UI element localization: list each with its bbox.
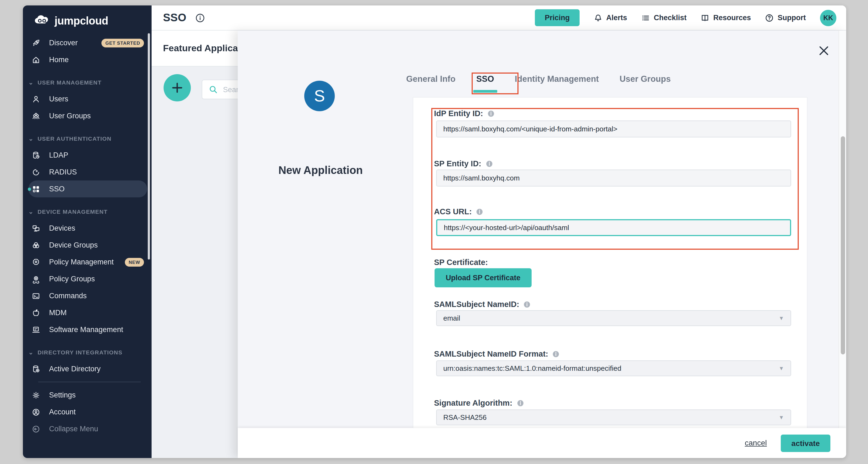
sidebar-item-label: Devices [49, 224, 75, 232]
sidebar-item-label: Users [49, 95, 68, 103]
jumpcloud-logo-text: jumpcloud [55, 14, 108, 27]
samlsubject-nameid-format-select[interactable]: urn:oasis:names:tc:SAML:1.0:nameid-forma… [436, 361, 791, 376]
mdm-apple-icon [32, 308, 40, 317]
sidebar-item-label: Collapse Menu [49, 425, 98, 433]
modal-tabs: General Info SSO Identity Management Use… [405, 73, 672, 85]
checklist-button[interactable]: Checklist [641, 13, 686, 22]
sidebar-section-user-management[interactable]: ⌄ USER MANAGEMENT [23, 74, 152, 91]
chevron-down-icon: ⌄ [28, 79, 34, 86]
checklist-icon [641, 13, 650, 22]
jumpcloud-cloud-icon [34, 14, 50, 27]
cancel-button[interactable]: cancel [745, 438, 767, 447]
sso-grid-icon [32, 185, 40, 193]
application-name: New Application [238, 164, 403, 177]
acs-url-input[interactable] [436, 219, 791, 236]
new-application-modal: S New Application General Info SSO Ident… [238, 31, 846, 458]
sidebar-item-label: MDM [49, 309, 67, 317]
jumpcloud-logo[interactable]: jumpcloud [23, 5, 152, 27]
sidebar-item-collapse-menu[interactable]: Collapse Menu [23, 421, 152, 437]
sidebar-item-software-management[interactable]: Software Management [23, 321, 152, 338]
info-icon[interactable] [195, 13, 205, 23]
account-icon [32, 408, 40, 416]
active-tab-underline [473, 90, 497, 93]
tab-user-groups[interactable]: User Groups [619, 73, 672, 85]
bell-icon [594, 13, 602, 22]
search-icon [209, 85, 218, 94]
alerts-button[interactable]: Alerts [594, 13, 627, 22]
active-directory-icon [32, 365, 40, 373]
top-header: SSO Pricing Alerts Checklist Resources S… [152, 5, 846, 31]
tab-general-info[interactable]: General Info [405, 73, 457, 85]
sidebar-item-label: Policy Management [49, 258, 114, 266]
sidebar-item-discover[interactable]: Discover GET STARTED [23, 34, 152, 51]
user-icon [32, 95, 40, 103]
radius-icon [32, 168, 40, 176]
sidebar-section-device-management[interactable]: ⌄ DEVICE MANAGEMENT [23, 204, 152, 220]
signature-algorithm-select[interactable]: RSA-SHA256 ▼ [436, 409, 791, 425]
gear-icon [32, 391, 40, 399]
sidebar-item-device-groups[interactable]: Device Groups [23, 237, 152, 253]
info-icon[interactable] [517, 399, 524, 406]
sidebar-item-radius[interactable]: RADIUS [23, 163, 152, 181]
activate-button[interactable]: activate [781, 435, 830, 452]
sidebar-item-users[interactable]: Users [23, 91, 152, 107]
sidebar-item-policy-groups[interactable]: Policy Groups [23, 271, 152, 287]
sidebar-item-account[interactable]: Account [23, 403, 152, 421]
sidebar-section-user-authentication[interactable]: ⌄ USER AUTHENTICATION [23, 130, 152, 147]
tab-sso[interactable]: SSO [475, 73, 495, 85]
sidebar-item-label: SSO [49, 185, 65, 193]
close-icon[interactable] [817, 43, 831, 58]
modal-scrollbar-thumb[interactable] [841, 136, 845, 354]
support-button[interactable]: Support [765, 13, 806, 22]
upload-sp-certificate-button[interactable]: Upload SP Certificate [435, 268, 532, 287]
info-icon[interactable] [486, 160, 493, 167]
sidebar-item-label: Discover [49, 39, 78, 47]
sidebar-item-settings[interactable]: Settings [23, 386, 152, 403]
sidebar-item-mdm[interactable]: MDM [23, 304, 152, 321]
sidebar-item-user-groups[interactable]: User Groups [23, 107, 152, 124]
sidebar-item-label: Software Management [49, 326, 123, 334]
info-icon[interactable] [524, 301, 531, 308]
sidebar-item-devices[interactable]: Devices [23, 220, 152, 237]
device-groups-icon [32, 241, 40, 249]
modal-scrollbar-track[interactable] [839, 31, 846, 428]
tab-identity-management[interactable]: Identity Management [514, 73, 600, 85]
sidebar-item-active-directory[interactable]: Active Directory [23, 361, 152, 377]
chevron-down-icon: ⌄ [28, 208, 34, 215]
sidebar-item-ldap[interactable]: LDAP [23, 147, 152, 163]
resources-button[interactable]: Resources [701, 13, 751, 22]
sidebar-item-label: Home [49, 56, 69, 64]
chevron-down-icon: ⌄ [28, 349, 34, 356]
sidebar-item-policy-management[interactable]: Policy Management NEW [23, 253, 152, 271]
sidebar-item-sso[interactable]: SSO [23, 181, 152, 197]
sidebar-item-label: Policy Groups [49, 275, 95, 283]
sidebar-item-label: Settings [49, 391, 76, 399]
caret-down-icon: ▼ [779, 365, 784, 371]
signature-algorithm-label: Signature Algorithm: [434, 399, 524, 407]
book-icon [701, 13, 709, 22]
featured-applications-band: Featured Applications [152, 31, 238, 66]
home-icon [32, 55, 40, 64]
collapse-arrow-icon [32, 425, 40, 433]
page-title: SSO [163, 11, 186, 24]
add-application-button[interactable] [163, 74, 191, 101]
samlsubject-nameid-select[interactable]: email ▼ [436, 310, 791, 326]
idp-entity-id-label: IdP Entity ID: [434, 109, 495, 118]
sp-entity-id-input[interactable] [436, 169, 791, 186]
samlsubject-nameid-label: SAMLSubject NameID: [434, 300, 531, 309]
question-icon [765, 13, 774, 22]
pricing-button[interactable]: Pricing [535, 9, 580, 26]
sidebar-section-directory-integrations[interactable]: ⌄ DIRECTORY INTEGRATIONS [23, 344, 152, 361]
new-badge: NEW [125, 258, 144, 266]
app-window: jumpcloud Discover GET STARTED Home ⌄ US… [23, 5, 846, 458]
sidebar-item-commands[interactable]: Commands [23, 287, 152, 304]
caret-down-icon: ▼ [779, 315, 784, 321]
info-icon[interactable] [476, 208, 483, 215]
info-icon[interactable] [488, 110, 495, 117]
info-icon[interactable] [553, 350, 560, 358]
avatar[interactable]: KK [820, 9, 836, 26]
active-dot [28, 187, 31, 191]
idp-entity-id-input[interactable] [436, 121, 791, 137]
sidebar-scrollbar-thumb[interactable] [148, 33, 150, 259]
sidebar-item-home[interactable]: Home [23, 51, 152, 68]
